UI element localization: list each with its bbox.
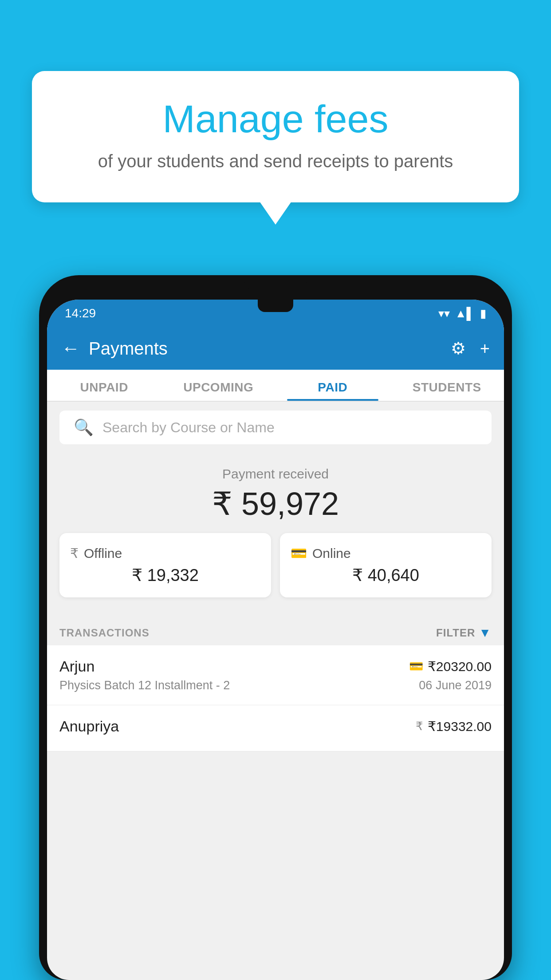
online-label: Online <box>312 546 351 561</box>
filter-icon: ▼ <box>479 626 492 640</box>
cash-payment-icon: ₹ <box>416 719 423 733</box>
transaction-amount-arjun: 💳 ₹20320.00 <box>409 659 492 674</box>
bubble-subtitle: of your students and send receipts to pa… <box>67 151 484 171</box>
bubble-title: Manage fees <box>67 98 484 141</box>
status-bar: 14:29 ▾▾ ▲▌ ▮ <box>47 300 504 327</box>
transaction-item[interactable]: Arjun 💳 ₹20320.00 Physics Batch 12 Insta… <box>47 645 504 705</box>
card-icon: 💳 <box>291 545 307 561</box>
status-icons: ▾▾ ▲▌ ▮ <box>438 307 486 320</box>
payment-received-label: Payment received <box>59 466 492 482</box>
offline-label: Offline <box>84 546 122 561</box>
payment-total-amount: ₹ 59,972 <box>59 485 492 522</box>
plus-icon[interactable]: + <box>480 339 490 358</box>
signal-icon: ▲▌ <box>455 307 475 320</box>
offline-card-header: ₹ Offline <box>70 545 260 561</box>
tab-students[interactable]: STUDENTS <box>390 380 504 401</box>
header-title: Payments <box>89 339 451 359</box>
amount-anupriya: ₹19332.00 <box>428 719 492 734</box>
battery-icon: ▮ <box>480 307 486 320</box>
tab-unpaid[interactable]: UNPAID <box>47 380 161 401</box>
student-name-arjun: Arjun <box>59 658 94 675</box>
course-arjun: Physics Batch 12 Installment - 2 <box>59 679 230 692</box>
tabs-bar: UNPAID UPCOMING PAID STUDENTS <box>47 370 504 402</box>
status-time: 14:29 <box>65 306 96 320</box>
student-name-anupriya: Anupriya <box>59 718 119 735</box>
transactions-header: TRANSACTIONS FILTER ▼ <box>47 617 504 645</box>
app-header: ← Payments ⚙ + <box>47 327 504 370</box>
transaction-amount-anupriya: ₹ ₹19332.00 <box>416 719 492 734</box>
transaction-detail-arjun: Physics Batch 12 Installment - 2 06 June… <box>59 679 492 692</box>
amount-arjun: ₹20320.00 <box>428 659 492 674</box>
payment-summary: Payment received ₹ 59,972 ₹ Offline ₹ 19… <box>47 453 504 617</box>
online-card-header: 💳 Online <box>291 545 481 561</box>
search-input[interactable]: Search by Course or Name <box>102 419 275 436</box>
speech-bubble: Manage fees of your students and send re… <box>32 71 519 202</box>
search-container: 🔍 Search by Course or Name <box>47 402 504 453</box>
offline-amount: ₹ 19,332 <box>70 565 260 585</box>
search-icon: 🔍 <box>74 418 94 437</box>
transactions-label: TRANSACTIONS <box>59 627 150 639</box>
transaction-list: Arjun 💳 ₹20320.00 Physics Batch 12 Insta… <box>47 645 504 751</box>
phone-notch <box>244 275 307 292</box>
phone-frame: 14:29 ▾▾ ▲▌ ▮ ← Payments ⚙ + UNPAID UPCO… <box>39 275 512 980</box>
filter-button[interactable]: FILTER ▼ <box>436 626 492 640</box>
header-actions: ⚙ + <box>451 339 490 358</box>
transaction-row-2: Anupriya ₹ ₹19332.00 <box>59 718 492 735</box>
offline-card: ₹ Offline ₹ 19,332 <box>59 533 271 597</box>
card-payment-icon: 💳 <box>409 660 423 673</box>
search-bar[interactable]: 🔍 Search by Course or Name <box>59 411 492 444</box>
payment-cards: ₹ Offline ₹ 19,332 💳 Online ₹ 40,640 <box>59 533 492 608</box>
inner-notch <box>258 300 293 312</box>
transaction-item-2[interactable]: Anupriya ₹ ₹19332.00 <box>47 705 504 751</box>
tab-upcoming[interactable]: UPCOMING <box>161 380 276 401</box>
cash-icon: ₹ <box>70 545 79 561</box>
gear-icon[interactable]: ⚙ <box>451 339 466 358</box>
tab-paid[interactable]: PAID <box>276 380 390 401</box>
back-button[interactable]: ← <box>61 338 80 359</box>
transaction-row-1: Arjun 💳 ₹20320.00 <box>59 658 492 675</box>
wifi-icon: ▾▾ <box>438 307 450 320</box>
date-arjun: 06 June 2019 <box>419 679 492 692</box>
online-amount: ₹ 40,640 <box>291 565 481 585</box>
online-card: 💳 Online ₹ 40,640 <box>280 533 492 597</box>
filter-label: FILTER <box>436 627 475 639</box>
phone-screen: 14:29 ▾▾ ▲▌ ▮ ← Payments ⚙ + UNPAID UPCO… <box>47 300 504 980</box>
